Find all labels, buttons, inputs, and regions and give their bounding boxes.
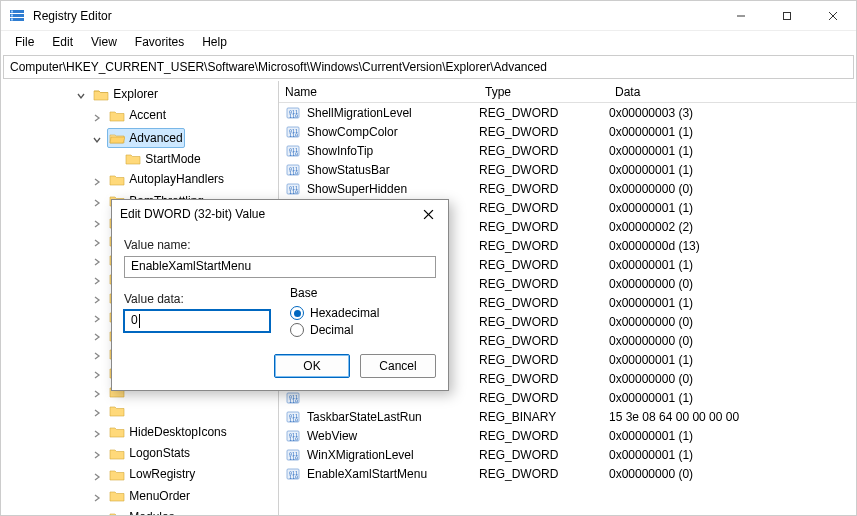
close-button[interactable] (810, 1, 856, 31)
value-type: REG_DWORD (479, 429, 609, 443)
list-row[interactable]: 011110ShowCompColor REG_DWORD 0x00000001… (279, 122, 856, 141)
value-data-field[interactable]: 0 (124, 310, 270, 332)
svg-text:110: 110 (289, 132, 298, 138)
tree-item[interactable]: Accent (107, 106, 168, 124)
list-row[interactable]: 011110ShowSuperHidden REG_DWORD 0x000000… (279, 179, 856, 198)
list-row[interactable]: 011110ShowInfoTip REG_DWORD 0x00000001 (… (279, 141, 856, 160)
list-row[interactable]: 011110ShellMigrationLevel REG_DWORD 0x00… (279, 103, 856, 122)
value-data-text: 0 (131, 313, 138, 327)
value-name: WinXMigrationLevel (307, 448, 414, 462)
list-row[interactable]: 011110ShowStatusBar REG_DWORD 0x00000001… (279, 160, 856, 179)
expander-icon[interactable] (91, 426, 103, 444)
value-type: REG_BINARY (479, 410, 609, 424)
tree-item[interactable]: LowRegistry (107, 465, 197, 483)
radio-dec-label: Decimal (310, 323, 353, 337)
svg-text:110: 110 (289, 417, 298, 423)
svg-text:110: 110 (289, 151, 298, 157)
col-name[interactable]: Name (285, 85, 485, 99)
value-type: REG_DWORD (479, 125, 609, 139)
tree-item[interactable] (107, 404, 131, 417)
tree-label: StartMode (145, 150, 200, 168)
tree-label: MenuOrder (129, 487, 190, 505)
tree-item[interactable]: MenuOrder (107, 487, 192, 505)
tree-item[interactable]: HideDesktopIcons (107, 423, 228, 441)
value-name: EnableXamlStartMenu (307, 467, 427, 481)
tree-item[interactable]: Modules (107, 508, 176, 515)
expander-icon[interactable] (91, 292, 103, 310)
svg-text:110: 110 (289, 398, 298, 404)
value-name-label: Value name: (124, 238, 436, 252)
expander-icon[interactable] (91, 329, 103, 347)
tree-label: Accent (129, 106, 166, 124)
expander-icon[interactable] (91, 132, 103, 150)
expander-icon[interactable] (91, 469, 103, 487)
value-data: 0x00000001 (1) (609, 353, 856, 367)
list-row[interactable]: 011110WinXMigrationLevel REG_DWORD 0x000… (279, 445, 856, 464)
col-type[interactable]: Type (485, 85, 615, 99)
radio-dec[interactable]: Decimal (290, 323, 436, 337)
expander-icon[interactable] (91, 174, 103, 192)
value-type: REG_DWORD (479, 448, 609, 462)
radio-hex[interactable]: Hexadecimal (290, 306, 436, 320)
value-data: 0x00000001 (1) (609, 125, 856, 139)
expander-icon[interactable] (91, 273, 103, 291)
col-data[interactable]: Data (615, 85, 856, 99)
tree-item[interactable]: Advanced (107, 128, 184, 148)
expander-icon[interactable] (91, 216, 103, 234)
expander-icon[interactable] (91, 386, 103, 404)
value-data: 0x00000000 (0) (609, 277, 856, 291)
value-data: 0x00000001 (1) (609, 201, 856, 215)
reg-value-icon: 011110 (285, 409, 301, 425)
expander-icon[interactable] (91, 405, 103, 423)
minimize-button[interactable] (718, 1, 764, 31)
menu-edit[interactable]: Edit (44, 33, 81, 51)
menu-file[interactable]: File (7, 33, 42, 51)
list-row[interactable]: 011110TaskbarStateLastRun REG_BINARY 15 … (279, 407, 856, 426)
tree-item[interactable]: LogonStats (107, 444, 192, 462)
expander-icon[interactable] (91, 311, 103, 329)
value-type: REG_DWORD (479, 296, 609, 310)
reg-value-icon: 011110 (285, 124, 301, 140)
maximize-button[interactable] (764, 1, 810, 31)
value-data: 0x00000000 (0) (609, 182, 856, 196)
value-name-field[interactable]: EnableXamlStartMenu (124, 256, 436, 278)
expander-icon[interactable] (91, 110, 103, 128)
list-row[interactable]: 011110EnableXamlStartMenu REG_DWORD 0x00… (279, 464, 856, 483)
menu-help[interactable]: Help (194, 33, 235, 51)
tree-item[interactable]: AutoplayHandlers (107, 170, 226, 188)
tree-label: Explorer (113, 85, 158, 103)
dialog-titlebar[interactable]: Edit DWORD (32-bit) Value (112, 200, 448, 228)
reg-value-icon: 011110 (285, 428, 301, 444)
expander-icon[interactable] (91, 447, 103, 465)
tree-label: LowRegistry (129, 465, 195, 483)
value-type: REG_DWORD (479, 106, 609, 120)
reg-value-icon: 011110 (285, 447, 301, 463)
expander-icon[interactable] (91, 235, 103, 253)
menu-view[interactable]: View (83, 33, 125, 51)
expander-icon[interactable] (75, 88, 87, 106)
expander-icon[interactable] (91, 348, 103, 366)
value-type: REG_DWORD (479, 372, 609, 386)
expander-icon[interactable] (91, 254, 103, 272)
value-data: 0x0000000d (13) (609, 239, 856, 253)
value-type: REG_DWORD (479, 144, 609, 158)
expander-icon[interactable] (91, 511, 103, 515)
value-data: 0x00000001 (1) (609, 258, 856, 272)
tree-item-explorer[interactable]: Explorer (91, 85, 160, 103)
value-name: ShowSuperHidden (307, 182, 407, 196)
dialog-title: Edit DWORD (32-bit) Value (120, 207, 265, 221)
dialog-close-button[interactable] (416, 202, 440, 226)
address-bar[interactable]: Computer\HKEY_CURRENT_USER\Software\Micr… (3, 55, 854, 79)
list-row[interactable]: 011110WebView REG_DWORD 0x00000001 (1) (279, 426, 856, 445)
expander-icon[interactable] (91, 367, 103, 385)
value-type: REG_DWORD (479, 467, 609, 481)
reg-value-icon: 011110 (285, 181, 301, 197)
expander-icon[interactable] (91, 490, 103, 508)
menu-favorites[interactable]: Favorites (127, 33, 192, 51)
cancel-button[interactable]: Cancel (360, 354, 436, 378)
expander-icon[interactable] (91, 195, 103, 213)
folder-icon (109, 425, 125, 438)
tree-item[interactable]: StartMode (123, 150, 202, 168)
folder-icon (125, 152, 141, 165)
ok-button[interactable]: OK (274, 354, 350, 378)
